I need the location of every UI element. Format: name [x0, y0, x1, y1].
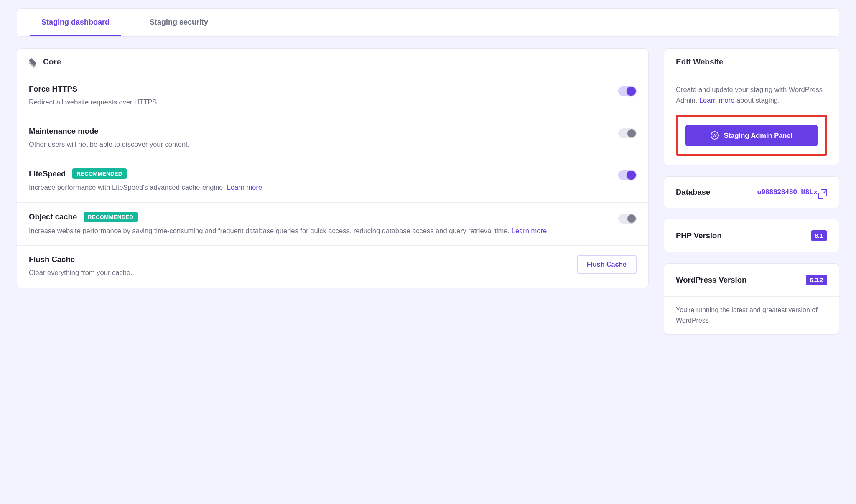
litespeed-learn-more-link[interactable]: Learn more	[227, 183, 262, 191]
wordpress-version-card: WordPress Version 6.3.2 You're running t…	[664, 263, 839, 335]
wordpress-version-label: WordPress Version	[676, 275, 746, 285]
litespeed-title: LiteSpeed	[29, 169, 66, 178]
core-header: Core	[17, 49, 648, 75]
staging-admin-panel-button[interactable]: W Staging Admin Panel	[685, 125, 818, 146]
flush-cache-desc: Clear everything from your cache.	[29, 267, 568, 278]
maintenance-desc: Other users will not be able to discover…	[29, 139, 610, 150]
edit-website-desc-post: about staging.	[734, 97, 780, 104]
object-cache-title: Object cache	[29, 212, 77, 221]
database-value-link[interactable]: u988628480_lf8Lx	[757, 188, 827, 196]
edit-website-heading: Edit Website	[664, 49, 839, 75]
database-value: u988628480_lf8Lx	[757, 188, 818, 196]
setting-object-cache: Object cache RECOMMENDED Increase websit…	[17, 203, 648, 246]
force-https-desc: Redirect all website requests over HTTPS…	[29, 97, 610, 108]
database-card: Database u988628480_lf8Lx	[664, 176, 839, 208]
flush-cache-title: Flush Cache	[29, 255, 75, 264]
object-cache-desc-text: Increase website performance by saving t…	[29, 227, 512, 234]
litespeed-recommended-badge: RECOMMENDED	[72, 168, 126, 179]
core-card: Core Force HTTPS Redirect all website re…	[17, 48, 649, 288]
object-cache-learn-more-link[interactable]: Learn more	[512, 227, 547, 234]
wordpress-version-badge: 6.3.2	[806, 275, 827, 285]
maintenance-toggle[interactable]	[618, 128, 637, 138]
layers-icon	[29, 58, 36, 66]
setting-maintenance: Maintenance mode Other users will not be…	[17, 117, 648, 160]
php-version-label: PHP Version	[676, 231, 722, 240]
setting-force-https: Force HTTPS Redirect all website request…	[17, 75, 648, 117]
staging-admin-highlight: W Staging Admin Panel	[676, 115, 827, 156]
object-cache-desc: Increase website performance by saving t…	[29, 226, 610, 237]
tab-staging-dashboard[interactable]: Staging dashboard	[30, 9, 121, 36]
litespeed-desc-text: Increase performance with LiteSpeed's ad…	[29, 183, 227, 191]
flush-cache-button[interactable]: Flush Cache	[577, 255, 637, 274]
litespeed-toggle[interactable]	[618, 170, 637, 180]
database-label: Database	[676, 188, 710, 197]
object-cache-toggle[interactable]	[618, 214, 637, 224]
setting-litespeed: LiteSpeed RECOMMENDED Increase performan…	[17, 159, 648, 203]
edit-website-card: Edit Website Create and update your stag…	[664, 48, 839, 165]
edit-website-learn-more-link[interactable]: Learn more	[699, 97, 734, 104]
tab-staging-security[interactable]: Staging security	[138, 9, 220, 36]
force-https-toggle[interactable]	[618, 86, 637, 96]
core-heading: Core	[43, 57, 61, 66]
tabs-bar: Staging dashboard Staging security	[17, 8, 839, 37]
wordpress-version-note: You're running the latest and greatest v…	[664, 296, 839, 334]
wordpress-icon: W	[711, 131, 719, 140]
force-https-title: Force HTTPS	[29, 84, 77, 94]
external-link-icon	[821, 189, 827, 196]
setting-flush-cache: Flush Cache Clear everything from your c…	[17, 246, 648, 288]
object-cache-recommended-badge: RECOMMENDED	[84, 212, 138, 222]
staging-admin-panel-label: Staging Admin Panel	[724, 132, 792, 140]
php-version-badge: 8.1	[811, 230, 827, 241]
maintenance-title: Maintenance mode	[29, 127, 99, 136]
litespeed-desc: Increase performance with LiteSpeed's ad…	[29, 182, 610, 193]
php-version-card: PHP Version 8.1	[664, 219, 839, 252]
